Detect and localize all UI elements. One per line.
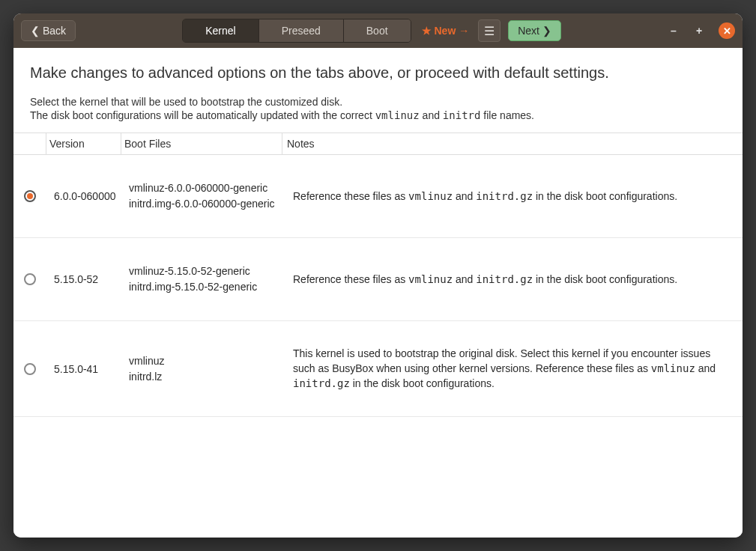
- chevron-left-icon: ❮: [31, 25, 40, 37]
- boot-file: vmlinuz-5.15.0-52-generic: [129, 264, 282, 279]
- text: The disk boot configurations will be aut…: [30, 109, 375, 121]
- radio-cell: [13, 273, 46, 285]
- code-text: initrd.gz: [293, 377, 350, 389]
- close-icon: ✕: [723, 25, 731, 37]
- col-notes-header: Notes: [282, 133, 743, 154]
- app-window: ❮ Back Kernel Preseed Boot New ☰ Next ❯: [13, 13, 743, 538]
- description-line-1: Select the kernel that will be used to b…: [30, 95, 726, 109]
- tab-preseed[interactable]: Preseed: [259, 19, 344, 42]
- text: and: [453, 273, 476, 285]
- notes-cell: Reference these files as vmlinuz and ini…: [282, 189, 743, 204]
- col-radio-header: [13, 133, 46, 154]
- kernel-row[interactable]: 6.0.0-060000 vmlinuz-6.0.0-060000-generi…: [13, 155, 743, 238]
- text: and: [695, 362, 716, 374]
- text: This kernel is used to bootstrap the ori…: [293, 347, 710, 374]
- tab-label: Kernel: [205, 25, 235, 37]
- description-line-2: The disk boot configurations will be aut…: [30, 109, 726, 122]
- code-text: vmlinuz: [375, 109, 420, 121]
- text: and: [453, 190, 476, 202]
- radio-cell: [13, 363, 46, 375]
- chevron-right-icon: ❯: [542, 25, 551, 37]
- text: Reference these files as: [293, 190, 408, 202]
- tab-boot[interactable]: Boot: [344, 19, 411, 42]
- minimize-button[interactable]: –: [668, 25, 680, 37]
- text: Reference these files as: [293, 273, 408, 285]
- next-button[interactable]: Next ❯: [508, 20, 561, 41]
- plus-icon: +: [696, 25, 702, 37]
- close-button[interactable]: ✕: [719, 22, 735, 39]
- code-text: vmlinuz: [651, 362, 695, 374]
- version-cell: 5.15.0-41: [46, 363, 121, 375]
- titlebar: ❮ Back Kernel Preseed Boot New ☰ Next ❯: [13, 13, 743, 48]
- col-version-header: Version: [46, 133, 121, 154]
- bootfiles-cell: vmlinuz-6.0.0-060000-generic initrd.img-…: [121, 180, 282, 212]
- text: in the disk boot configurations.: [350, 377, 495, 389]
- back-label: Back: [43, 25, 66, 37]
- version-cell: 5.15.0-52: [46, 273, 121, 285]
- text: and: [420, 109, 443, 121]
- kernel-row[interactable]: 5.15.0-52 vmlinuz-5.15.0-52-generic init…: [13, 238, 743, 321]
- new-badge: New: [422, 25, 470, 37]
- hamburger-icon: ☰: [484, 24, 495, 38]
- boot-file: initrd.img-5.15.0-52-generic: [129, 279, 282, 295]
- text: in the disk boot configurations.: [533, 273, 677, 285]
- notes-cell: Reference these files as vmlinuz and ini…: [282, 273, 743, 287]
- code-text: vmlinuz: [408, 190, 453, 202]
- boot-file: vmlinuz: [129, 353, 282, 369]
- bootfiles-cell: vmlinuz-5.15.0-52-generic initrd.img-5.1…: [121, 264, 282, 295]
- code-text: initrd.gz: [476, 273, 533, 285]
- minimize-icon: –: [671, 25, 677, 37]
- hamburger-menu-button[interactable]: ☰: [478, 19, 501, 42]
- code-text: initrd: [443, 109, 481, 121]
- boot-file: initrd.img-6.0.0-060000-generic: [129, 196, 282, 212]
- col-bootfiles-header: Boot Files: [121, 133, 282, 154]
- bootfiles-cell: vmlinuz initrd.lz: [121, 353, 282, 385]
- notes-cell: This kernel is used to bootstrap the ori…: [282, 347, 743, 391]
- page-title: Make changes to advanced options on the …: [30, 64, 726, 82]
- next-label: Next: [518, 25, 539, 37]
- radio-icon[interactable]: [24, 190, 36, 202]
- code-text: initrd.gz: [476, 190, 533, 202]
- radio-cell: [13, 190, 46, 202]
- radio-icon[interactable]: [24, 273, 36, 285]
- radio-icon[interactable]: [24, 363, 36, 375]
- kernel-row[interactable]: 5.15.0-41 vmlinuz initrd.lz This kernel …: [13, 321, 743, 417]
- text: file names.: [480, 109, 534, 121]
- tabbar: Kernel Preseed Boot: [182, 19, 411, 43]
- table-header: Version Boot Files Notes: [13, 133, 743, 155]
- tab-label: Preseed: [282, 25, 321, 37]
- content-area: Make changes to advanced options on the …: [13, 48, 743, 538]
- header-area: Make changes to advanced options on the …: [13, 48, 743, 133]
- text: in the disk boot configurations.: [533, 190, 677, 202]
- tab-kernel[interactable]: Kernel: [183, 19, 258, 42]
- boot-file: initrd.lz: [129, 369, 282, 385]
- tab-label: Boot: [366, 25, 388, 37]
- window-controls: – + ✕: [668, 22, 735, 39]
- maximize-button[interactable]: +: [693, 25, 705, 37]
- boot-file: vmlinuz-6.0.0-060000-generic: [129, 180, 282, 196]
- back-button[interactable]: ❮ Back: [21, 20, 76, 41]
- version-cell: 6.0.0-060000: [46, 190, 121, 202]
- code-text: vmlinuz: [408, 273, 453, 285]
